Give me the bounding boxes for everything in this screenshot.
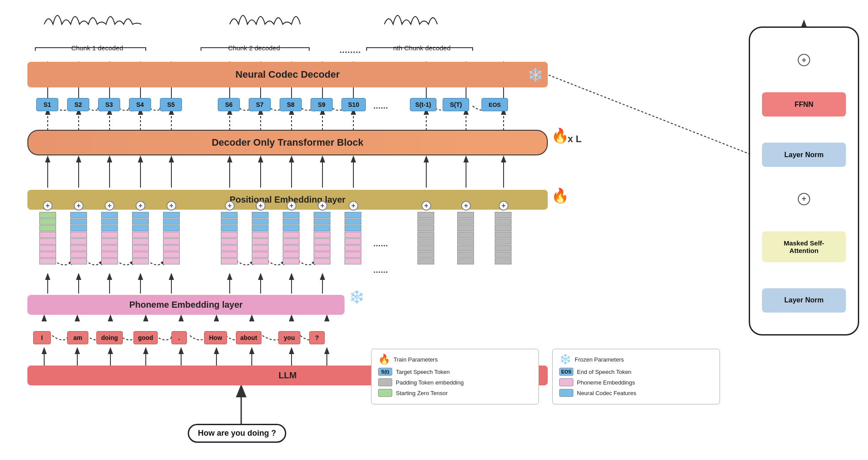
word-doing: doing [96,331,123,344]
rp-layernorm1: Layer Norm [762,288,846,313]
s3-token: S3 [98,98,120,111]
plus12: + [461,201,471,211]
embed-col-12 [457,212,474,265]
transformer-detail-panel: + FFNN Layer Norm + Masked Self-Attentio… [749,26,859,336]
fire-icon-decoder: 🔥 [551,127,569,144]
plus2: + [74,201,83,211]
question-box: How are you doing ? [188,424,286,443]
word-about: about [236,331,262,344]
embed-col-9 [314,212,330,265]
legend-neural-features: Neural Codec Features [559,389,713,397]
rp-masked-attn: Masked Self-Attention [762,231,846,262]
word-how: How [204,331,227,344]
xl-label: x L [568,133,582,145]
s1-token: S1 [36,98,58,111]
fire-icon-pos: 🔥 [551,187,569,204]
chunkN-label: nth Chunk decoded [371,44,473,52]
legend-target-label: Target Speech Token [396,369,450,375]
embed-col-2 [70,212,87,265]
question-text: How are you doing ? [198,429,276,437]
llm-label: LLM [278,370,296,381]
s2-token: S2 [67,98,89,111]
rp-plus-top: + [798,54,810,66]
dots1-label: ........ [339,44,361,56]
dots4: ...... [373,265,388,275]
embed-col-6 [221,212,238,265]
legend-train-label: Train Parameters [394,356,438,363]
plus4: + [136,201,145,211]
legend-phoneme: Phoneme Embeddings [559,378,713,386]
legend-eos-label: End of Speech Token [577,369,631,375]
legend-padding: Padding Token embedding [378,378,532,386]
dots2: ...... [373,101,388,111]
rp-layernorm2: Layer Norm [762,143,846,167]
word-you: you [278,331,300,344]
neural-codec-label: Neural Codec Decoder [235,69,340,80]
phoneme-embed-bar: Phoneme Embedding layer [27,295,345,315]
word-i: I [33,331,51,344]
legend-zero-tensor: Starting Zero Tensor [378,389,532,397]
legend-padding-label: Padding Token embedding [396,379,464,386]
plus11: + [421,201,431,211]
plus8: + [287,201,296,211]
embed-col-11 [417,212,434,265]
word-period: . [171,331,187,344]
legend-neural-features-label: Neural Codec Features [577,390,636,396]
st-1-token: S(t-1) [410,98,436,111]
s6-token: S6 [218,98,240,111]
embed-col-5 [163,212,180,265]
legend-eos: EOS End of Speech Token [559,368,713,376]
decoder-transformer-label: Decoder Only Transformer Block [212,137,364,148]
word-am: am [67,331,88,344]
embed-col-8 [283,212,299,265]
legend-zero-label: Starting Zero Tensor [396,390,448,396]
snowflake-phoneme: ❄️ [349,290,364,304]
chunk1-label: Chunk 1 decoded [42,44,152,52]
plus9: + [318,201,327,211]
s5-token: S5 [160,98,182,111]
embed-col-4 [132,212,149,265]
plus7: + [256,201,265,211]
embed-col-10 [345,212,361,265]
s4-token: S4 [129,98,151,111]
main-diagram: Chunk 1 decoded Chunk 2 decoded ........… [0,0,868,460]
rp-ffnn-block: FFNN [762,92,846,117]
decoder-transformer-bar: Decoder Only Transformer Block [27,130,548,155]
rp-plus-mid: + [798,193,810,205]
legend-phoneme-label: Phoneme Embeddings [577,379,635,386]
plus1: + [43,201,53,211]
plus13: + [499,201,508,211]
word-good: good [133,331,158,344]
chunk2-label: Chunk 2 decoded [205,44,303,52]
legend-target-speech: S(t) Target Speech Token [378,368,532,376]
s7-token: S7 [249,98,271,111]
phoneme-embed-label: Phoneme Embedding layer [129,300,243,310]
eos-token: EOS [481,98,508,111]
embed-col-1 [39,212,56,265]
legend-right: ❄️ Frozen Parameters EOS End of Speech T… [552,349,720,404]
plus10: + [349,201,358,211]
word-question: ? [309,331,325,344]
embed-col-3 [101,212,118,265]
neural-codec-bar: Neural Codec Decoder ❄️ [27,62,548,87]
dots3: ...... [373,238,388,249]
s9-token: S9 [311,98,333,111]
legend-frozen-params: ❄️ Frozen Parameters [559,354,713,365]
legend-frozen-label: Frozen Parameters [575,356,624,363]
plus3: + [105,201,114,211]
legend-left: 🔥 Train Parameters S(t) Target Speech To… [371,349,539,404]
plus6: + [225,201,235,211]
st-token: S(T) [443,98,469,111]
s8-token: S8 [280,98,302,111]
embed-col-13 [495,212,512,265]
s10-token: S10 [341,98,366,111]
legend-train-params: 🔥 Train Parameters [378,354,532,365]
embed-col-7 [252,212,269,265]
plus5: + [167,201,176,211]
